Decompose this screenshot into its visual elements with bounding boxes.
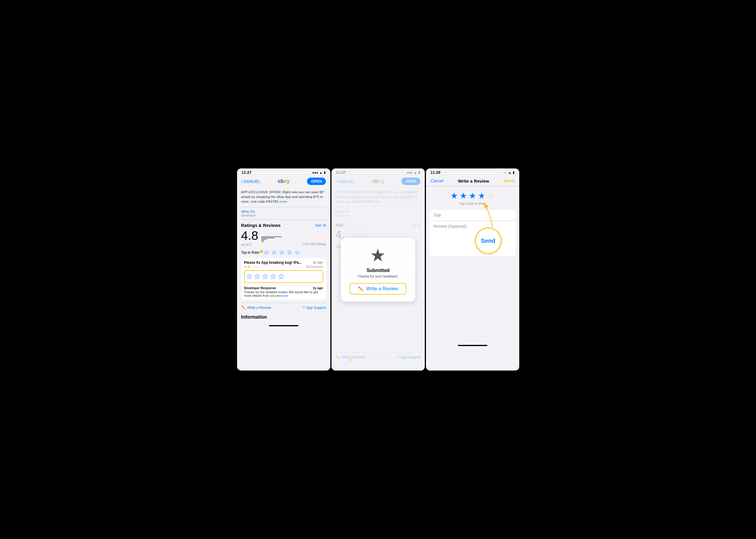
review-stars-1: ★★☆☆☆ — [244, 265, 259, 269]
tap-star-4[interactable]: ☆ — [287, 249, 293, 256]
home-indicator-1 — [269, 325, 298, 326]
ratings-header-1: Ratings & Reviews See All — [241, 223, 326, 228]
signal-icon: ●●● — [312, 171, 318, 174]
signal-icon-3: ···· — [503, 171, 507, 174]
submitted-subtitle: Thanks for your feedback. — [350, 274, 406, 278]
developer-chevron-icon: › — [324, 211, 326, 216]
filled-star-2[interactable]: ★ — [460, 191, 467, 200]
status-icons-3: ···· ▲ ▮ — [503, 171, 514, 174]
dev-response-1: Developer Response 1y ago Thanks for the… — [244, 285, 323, 297]
send-button-3[interactable]: Send — [504, 178, 515, 183]
nav-bar-1: ‹ SAMUEL ebay OPEN — [237, 176, 330, 187]
content-1: APP-EXCLUSIVE OFFER: Right now you can s… — [237, 187, 330, 323]
open-button-1[interactable]: OPEN — [307, 178, 326, 185]
arrow-annotation — [472, 198, 496, 232]
status-time-1: 11:27 — [242, 170, 252, 175]
status-bar-3: 11:29 ···· ▲ ▮ — [426, 169, 519, 176]
dev-response-header-1: Developer Response 1y ago — [244, 286, 323, 290]
wifi-icon: ▲ — [319, 171, 323, 174]
bottom-links-1: ✏️ Write a Review ? App Support — [241, 303, 326, 312]
dev-response-more-1[interactable]: more — [281, 294, 288, 297]
send-area: Send — [504, 178, 515, 184]
promo-more-1[interactable]: more — [279, 200, 287, 203]
screen3-nav: Cancel Write a Review Send — [426, 176, 519, 186]
highlight-stars-box-1[interactable]: ☆ ☆ ☆ ☆ ☆ — [244, 270, 323, 283]
write-review-overlay-icon: ✏️ — [358, 286, 364, 291]
app-support-icon-1: ? — [303, 305, 305, 310]
rating-number-1: 4.8 — [241, 230, 258, 242]
chevron-left-icon: ‹ — [241, 179, 243, 184]
app-support-label-1: App Support — [306, 306, 326, 310]
rating-sub-1: out of 5 — [241, 243, 251, 246]
review-star-5[interactable]: ☆ — [278, 272, 285, 281]
tap-star-2[interactable]: ☆ — [271, 249, 277, 256]
title-placeholder: Title — [434, 213, 441, 218]
review-placeholder: Review (Optional) — [434, 224, 466, 229]
review-title-1: Please fix App breaking bug! iPa... — [244, 261, 302, 265]
submitted-overlay: ★ Submitted Thanks for your feedback. ✏️… — [341, 238, 415, 301]
ratings-title-1: Ratings & Reviews — [241, 223, 281, 228]
tap-rate-label-1: Tap to Rate: — [241, 251, 260, 255]
battery-icon-3: ▮ — [513, 171, 515, 174]
tap-rate-1: Tap to Rate: ☆ ☆ ☆ ☆ ☆ — [241, 249, 326, 256]
status-time-3: 11:29 — [431, 170, 441, 175]
tap-star-3[interactable]: ☆ — [279, 249, 285, 256]
cancel-button-3[interactable]: Cancel — [431, 179, 444, 183]
review-card-1: Please fix App breaking bug! iPa... 1y a… — [241, 258, 326, 300]
write-review-label-1: Write a Review — [247, 306, 271, 310]
wifi-icon-3: ▲ — [508, 171, 512, 174]
back-label-1: SAMUEL — [244, 179, 261, 184]
developer-name-1: eBay Inc. — [241, 209, 256, 214]
send-circle-text: Send — [481, 238, 495, 244]
tap-star-1[interactable]: ☆ — [264, 249, 270, 256]
review-age-1: 1y ago — [313, 261, 323, 265]
screen-1: 11:27 ●●● ▲ ▮ ‹ SAMUEL ebay OPEN APP-EX — [237, 169, 330, 370]
write-review-overlay-btn[interactable]: ✏️ Write a Review — [350, 283, 406, 294]
tap-star-5[interactable]: ☆ — [294, 249, 300, 256]
review-star-4[interactable]: ☆ — [270, 272, 277, 281]
app-support-link-1[interactable]: ? App Support — [303, 305, 326, 310]
see-all-1[interactable]: See All — [315, 223, 326, 227]
stars-bars-1 — [261, 236, 326, 242]
screen-2: 11:27 ●●● ▲ ▮ ‹ SAMUEL ebay OPEN — [331, 169, 425, 370]
review-star-2[interactable]: ☆ — [254, 272, 261, 281]
dev-response-title-1: Developer Response — [244, 286, 276, 290]
screen-3: 11:29 ···· ▲ ▮ Cancel Write a Review Sen… — [426, 169, 519, 370]
write-review-link-1[interactable]: ✏️ Write a Review — [241, 305, 271, 310]
submitted-star-icon: ★ — [350, 245, 406, 265]
review-star-1[interactable]: ☆ — [246, 272, 253, 281]
status-icons-1: ●●● ▲ ▮ — [312, 171, 326, 174]
write-review-overlay-label: Write a Review — [366, 286, 398, 291]
write-review-icon-1: ✏️ — [241, 305, 246, 310]
ebay-logo-1: ebay — [278, 178, 290, 185]
rating-main-1: 4.8 — [241, 230, 326, 242]
battery-icon: ▮ — [324, 171, 326, 174]
rating-details-1 — [261, 236, 326, 242]
back-button-1[interactable]: ‹ SAMUEL — [241, 179, 261, 184]
developer-row-1[interactable]: eBay Inc. Developer › — [241, 207, 326, 220]
home-indicator-3 — [458, 345, 487, 346]
review-author-1: Devilsfan101 — [306, 265, 323, 269]
submitted-title: Submitted — [350, 268, 406, 273]
developer-label-1: Developer — [241, 214, 256, 217]
review-header-1: Please fix App breaking bug! iPa... 1y a… — [244, 261, 323, 265]
review-star-3[interactable]: ☆ — [262, 272, 269, 281]
status-bar-1: 11:27 ●●● ▲ ▮ — [237, 169, 330, 176]
filled-star-1[interactable]: ★ — [451, 191, 458, 200]
info-title-1: Information — [241, 315, 267, 320]
screen3-title: Write a Review — [458, 179, 489, 184]
dev-response-body-1: Thanks for the detailed review. We would… — [244, 290, 323, 297]
rating-count-1: 1,424,090 Ratings — [302, 243, 326, 246]
info-section-1: Information — [241, 315, 326, 320]
promo-text-1: APP-EXCLUSIVE OFFER: Right now you can s… — [241, 190, 326, 204]
dev-response-age-1: 1y ago — [313, 286, 323, 290]
